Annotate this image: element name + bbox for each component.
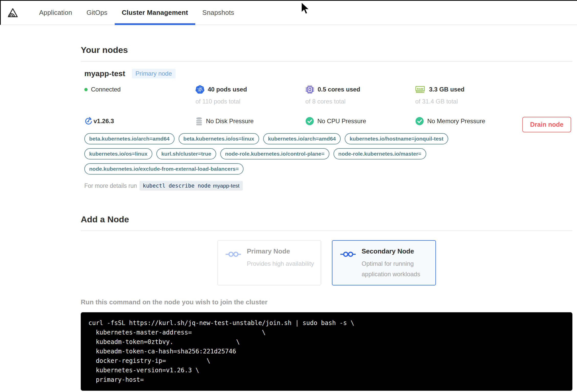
node-status: Connected: [91, 86, 121, 93]
node-stats-grid: Connected: [84, 82, 572, 126]
check-circle-icon: [415, 117, 424, 125]
node-name: myapp-test: [84, 69, 125, 78]
node-labels: beta.kubernetes.io/arch=amd64 beta.kuber…: [84, 133, 503, 175]
kubectl-describe-command: kubectl describe node myapp-test: [140, 181, 243, 191]
kubectl-command-node-name: myapp-test: [213, 183, 239, 189]
section-divider: [81, 230, 572, 231]
svg-text:RAM: RAM: [417, 87, 423, 90]
node-label-pill: node-role.kubernetes.io/master=: [333, 148, 426, 159]
join-command-terminal[interactable]: curl -fsSL https://kurl.sh/jq-new-test-u…: [81, 312, 572, 391]
details-prefix-text: For more details run: [84, 182, 137, 189]
pods-total-value: of 110 pods total: [195, 98, 305, 105]
cores-used-value: 0.5 cores used: [318, 86, 360, 93]
node-label-pill: kubernetes.io/arch=amd64: [263, 133, 341, 144]
node-label-pill: node.kubernetes.io/exclude-from-external…: [84, 163, 244, 175]
nav-tabs: Application GitOps Cluster Management Sn…: [32, 1, 241, 25]
node-label-pill: beta.kubernetes.io/arch=amd64: [84, 133, 175, 144]
connected-status-dot: [84, 88, 88, 91]
cores-total-value: of 8 cores total: [305, 98, 415, 105]
drain-node-button[interactable]: Drain node: [522, 117, 571, 132]
mouse-cursor-icon: [301, 2, 311, 16]
check-circle-icon: [305, 117, 314, 125]
disk-pressure-status: No Disk Pressure: [206, 118, 254, 125]
node-label-pill: kubernetes.io/hostname=jonquil-test: [345, 133, 448, 144]
top-nav: Application GitOps Cluster Management Sn…: [0, 1, 577, 25]
linked-nodes-icon: [225, 250, 241, 258]
node-card: myapp-test Primary node Connected: [81, 62, 572, 191]
node-label-pill: beta.kubernetes.io/os=linux: [179, 133, 259, 144]
node-label-pill: node-role.kubernetes.io/control-plane=: [220, 148, 329, 159]
memory-used-value: 3.3 GB used: [429, 86, 465, 93]
cpu-icon: [305, 85, 314, 94]
main-content: Your nodes myapp-test Primary node Conne…: [0, 45, 577, 392]
node-type-options: Primary Node Provides high availability …: [81, 240, 572, 285]
disk-icon: [195, 117, 203, 125]
tab-application[interactable]: Application: [32, 1, 79, 25]
secondary-node-option-description: Optimal for running application workload…: [362, 258, 430, 279]
memory-total-value: of 31.4 GB total: [415, 98, 572, 105]
tab-cluster-management[interactable]: Cluster Management: [115, 1, 195, 25]
join-command-instruction: Run this command on the node you wish to…: [81, 298, 572, 306]
tab-snapshots[interactable]: Snapshots: [195, 1, 241, 25]
kubernetes-icon: [195, 85, 204, 94]
secondary-node-option[interactable]: Secondary Node Optimal for running appli…: [332, 240, 436, 285]
kubernetes-version: v1.26.3: [94, 118, 114, 125]
add-node-title: Add a Node: [81, 214, 572, 224]
linked-nodes-icon: [340, 250, 356, 258]
version-update-icon: [84, 117, 93, 125]
memory-pressure-status: No Memory Pressure: [427, 118, 485, 125]
ram-icon: RAM: [415, 86, 426, 94]
secondary-node-option-title: Secondary Node: [362, 247, 430, 255]
cpu-pressure-status: No CPU Pressure: [317, 118, 366, 125]
node-label-pill: kubernetes.io/os=linux: [84, 148, 152, 159]
tab-gitops[interactable]: GitOps: [79, 1, 114, 25]
primary-node-option-description: Provides high availability: [247, 258, 314, 269]
kubectl-command-text: kubectl describe node: [143, 183, 211, 189]
app-logo[interactable]: [1, 1, 23, 25]
primary-node-option[interactable]: Primary Node Provides high availability: [217, 240, 321, 285]
primary-node-badge: Primary node: [132, 69, 176, 78]
node-label-pill: kurl.sh/cluster=true: [156, 148, 216, 159]
pods-used-value: 40 pods used: [208, 86, 247, 93]
primary-node-option-title: Primary Node: [247, 247, 314, 255]
logo-triangle-icon: [7, 8, 18, 18]
your-nodes-title: Your nodes: [81, 45, 572, 55]
